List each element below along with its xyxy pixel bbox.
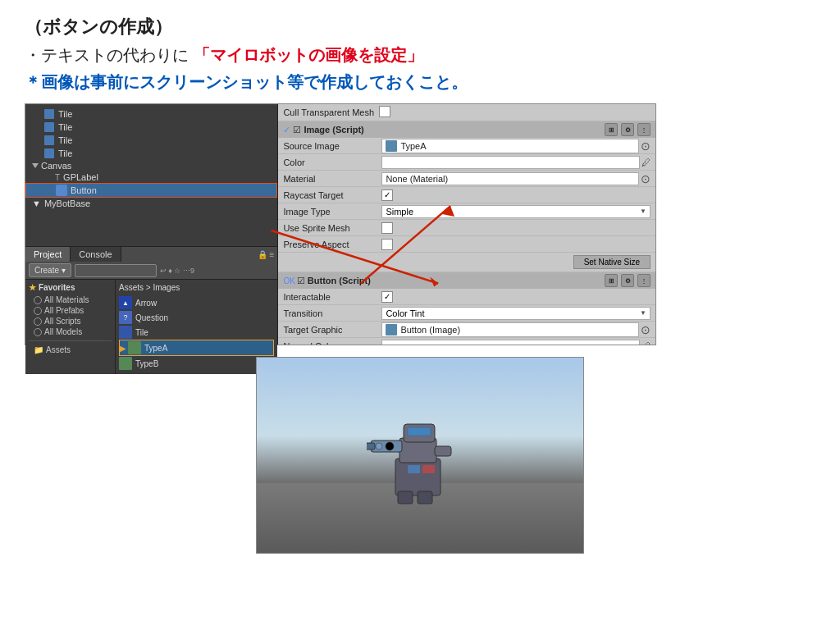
svg-rect-12 [435, 446, 451, 456]
button-icon-btn2[interactable]: ⚙ [621, 274, 634, 287]
arrow-asset-icon: ▲ [119, 296, 132, 309]
hierarchy-panel: Tile Tile Tile Tile Canvas [25, 104, 278, 345]
tab-bar: Project Console 🔒 ≡ [25, 247, 277, 262]
image-type-dropdown[interactable]: Simple ▼ [381, 205, 651, 218]
material-target[interactable]: ⊙ [641, 172, 651, 185]
source-image-value[interactable]: TypeA [381, 139, 639, 153]
tab-project[interactable]: Project [25, 247, 71, 262]
hier-item-tile4: Tile [25, 147, 277, 160]
gplabel-icon: T [55, 173, 60, 182]
transition-row: Transition Color Tint ▼ [278, 305, 655, 322]
svg-rect-9 [367, 443, 375, 450]
tab-console[interactable]: Console [71, 247, 121, 262]
use-sprite-row: Use Sprite Mesh [278, 220, 655, 236]
svg-point-10 [386, 442, 394, 450]
svg-rect-4 [395, 459, 441, 495]
material-value[interactable]: None (Material) [381, 172, 639, 185]
search-input[interactable] [75, 264, 157, 277]
color-value[interactable] [381, 156, 640, 169]
preserve-checkbox[interactable] [381, 239, 393, 250]
image-icon-btn3[interactable]: ⋮ [637, 123, 651, 136]
cull-checkbox[interactable] [379, 106, 390, 119]
button-enable-checkbox[interactable]: ☑ [297, 276, 305, 286]
raycast-label: Raycast Target [283, 190, 381, 200]
normal-color-row: Normal Color 🖊 [278, 338, 655, 345]
fav-all-prefabs[interactable]: All Prefabs [29, 305, 112, 316]
target-graphic-icon [386, 324, 397, 336]
target-graphic-value[interactable]: Button (Image) [381, 322, 639, 337]
material-label: Material [283, 174, 381, 184]
materials-search-icon [34, 296, 42, 304]
interactable-label: Interactable [283, 292, 381, 302]
bullet-red-text: 「マイロボットの画像を設定」 [194, 46, 423, 64]
fav-all-models[interactable]: All Models [29, 326, 112, 337]
bullet-prefix: ・テキストの代わりに [25, 46, 189, 64]
interactable-checkbox[interactable]: ✓ [381, 291, 393, 303]
hier-item-mybotbase: ▼ MyBotBase [25, 198, 277, 209]
asset-question[interactable]: ? Question [119, 310, 274, 325]
image-icon-btn1[interactable]: ⊞ [605, 123, 618, 136]
hier-item-tile1: Tile [25, 107, 277, 121]
tile-icon3 [43, 135, 55, 146]
transition-arrow: ▼ [640, 309, 646, 317]
tile-asset-icon [119, 326, 132, 339]
asset-typeb[interactable]: TypeB [119, 356, 274, 371]
target-graphic-target[interactable]: ⊙ [641, 323, 651, 336]
hier-item-button[interactable]: Button [25, 183, 277, 198]
hierarchy-content: Tile Tile Tile Tile Canvas [25, 104, 277, 246]
button-ok-badge: OK [283, 276, 294, 285]
menu-icon: ≡ [270, 250, 275, 259]
cull-label: Cull Transparent Mesh [283, 107, 374, 117]
scripts-search-icon [34, 317, 42, 326]
normal-color-value[interactable] [381, 340, 640, 345]
image-icon-btn2[interactable]: ⚙ [621, 123, 634, 136]
set-native-row: Set Native Size [278, 253, 655, 272]
normal-color-label: Normal Color [283, 341, 381, 345]
star-icon: ★ [29, 283, 36, 292]
normal-color-eyedropper[interactable]: 🖊 [641, 341, 651, 345]
button-section-icons: ⊞ ⚙ ⋮ [605, 274, 651, 287]
set-native-button[interactable]: Set Native Size [573, 255, 651, 269]
fav-all-materials[interactable]: All Materials [29, 294, 112, 305]
robot-image [256, 357, 584, 554]
color-eyedropper[interactable]: 🖊 [641, 158, 651, 167]
button-icon-btn3[interactable]: ⋮ [637, 274, 651, 287]
bottom-toolbar: Create ▾ ↩ ♦ ☆ ⋯9 [25, 262, 277, 280]
use-sprite-checkbox[interactable] [381, 222, 393, 234]
create-button[interactable]: Create ▾ [29, 263, 71, 277]
svg-rect-6 [398, 491, 413, 504]
color-row: Color 🖊 [278, 154, 655, 171]
asset-typea[interactable]: ▶ TypeA [119, 340, 274, 356]
source-image-icon [386, 140, 397, 152]
asset-arrow[interactable]: ▲ Arrow [119, 295, 274, 310]
image-enable-checkbox[interactable]: ☑ [293, 125, 301, 135]
hier-item-canvas: Canvas [25, 160, 277, 171]
transition-dropdown[interactable]: Color Tint ▼ [381, 307, 651, 320]
assets-path: Assets > Images [119, 283, 274, 292]
svg-rect-7 [418, 491, 432, 504]
button-icon-btn1[interactable]: ⊞ [605, 274, 618, 287]
image-type-arrow: ▼ [640, 208, 646, 215]
fav-all-scripts[interactable]: All Scripts [29, 316, 112, 326]
title-line: （ボタンの作成） [25, 15, 815, 39]
play-icon: ▶ [120, 344, 126, 353]
robot-container [256, 357, 584, 554]
source-image-target[interactable]: ⊙ [641, 139, 651, 153]
svg-rect-14 [408, 427, 431, 436]
assets-root[interactable]: 📁 Assets [29, 345, 112, 355]
image-section-title: Image (Script) [304, 125, 363, 135]
image-section-icons: ⊞ ⚙ ⋮ [605, 123, 651, 136]
button-hier-icon [56, 185, 67, 196]
svg-rect-15 [408, 465, 420, 473]
title-text: （ボタンの作成） [25, 16, 172, 37]
raycast-checkbox[interactable]: ✓ [381, 189, 393, 201]
prefabs-search-icon [34, 307, 42, 315]
typea-asset-icon [128, 341, 141, 354]
source-image-label: Source Image [283, 141, 381, 151]
robot-svg [367, 409, 473, 508]
material-row: Material None (Material) ⊙ [278, 171, 655, 187]
asset-tile[interactable]: Tile [119, 325, 274, 340]
target-graphic-row: Target Graphic Button (Image) ⊙ [278, 322, 655, 338]
search-tools: ↩ ♦ ☆ ⋯9 [160, 267, 194, 275]
canvas-triangle [32, 163, 39, 168]
